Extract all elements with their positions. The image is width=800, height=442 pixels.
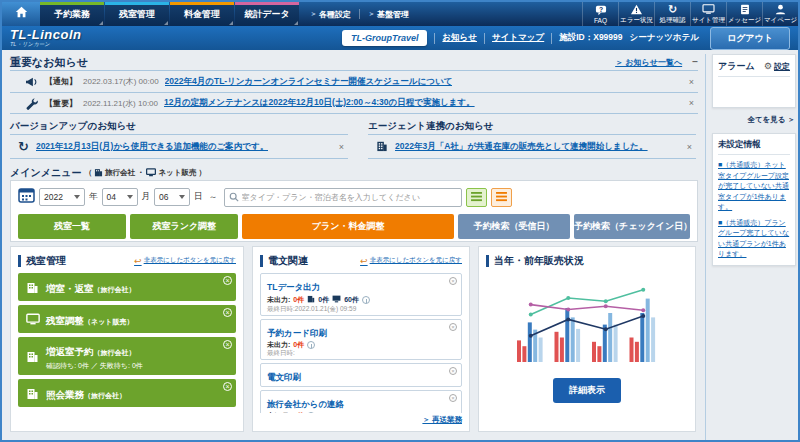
- tab-room-stock[interactable]: 残室管理: [105, 2, 169, 26]
- accent-bar: [260, 255, 263, 267]
- maintenance-icon: [24, 97, 39, 110]
- restore-hidden-buttons-link[interactable]: ↩非表示にしたボタンを元に戻す: [360, 256, 462, 266]
- agency-contact-link[interactable]: 旅行会社からの連絡: [267, 398, 344, 410]
- hide-button-icon[interactable]: ×: [223, 382, 232, 391]
- logout-button[interactable]: ログアウト: [710, 27, 790, 50]
- util-site-management[interactable]: サイト管理: [690, 2, 726, 26]
- util-error-status[interactable]: エラー状況: [618, 2, 654, 26]
- room-stock-adjust-button[interactable]: 残室調整（ネット販売） ×: [18, 305, 236, 333]
- close-icon[interactable]: ×: [339, 142, 344, 152]
- calendar-icon[interactable]: [18, 187, 35, 207]
- telegram-print-card[interactable]: 電文印刷 ×: [260, 363, 462, 387]
- search-input[interactable]: [242, 193, 457, 202]
- day-select[interactable]: 06: [154, 188, 190, 206]
- reservation-search-received-button[interactable]: 予約検索（受信日）: [458, 214, 570, 239]
- faq-icon: ?: [595, 5, 607, 16]
- panel-title: 当年・前年販売状況: [494, 254, 584, 268]
- tab-statistics[interactable]: 統計データ: [235, 2, 299, 26]
- notice-nav-link[interactable]: お知らせ: [442, 32, 477, 44]
- group-travel-button[interactable]: TL-GroupTravel: [342, 30, 427, 46]
- hide-button-icon[interactable]: ×: [223, 340, 232, 349]
- inquiry-work-button[interactable]: 照会業務（旅行会社） ×: [18, 379, 236, 407]
- notice-link[interactable]: 2022年4月のTL-リンカーンオンラインセミナー開催スケジュールについて: [165, 76, 453, 88]
- tl-lincoln-logo[interactable]: TL-Lincoln TL・リンカーン: [10, 28, 81, 48]
- tab-reservation-work[interactable]: 予約業務: [40, 2, 104, 26]
- room-stock-list-button[interactable]: 残室一覧: [18, 214, 126, 239]
- notice-datetime: 2022.03.17(木) 00:00: [83, 76, 159, 87]
- notice-row: 【重要】 2022.11.21(水) 10:00 12月の定期メンテナンスは20…: [10, 92, 698, 114]
- tab-label: 統計データ: [244, 8, 289, 21]
- month-select[interactable]: 04: [102, 188, 138, 206]
- right-sidebar: アラーム ⚙ 設定 全てを見る ＞ 未設定情報 ■（共通販売）ネット室タイプグル…: [705, 54, 796, 440]
- reservation-search-checkin-button[interactable]: 予約検索（チェックイン日）: [574, 214, 690, 239]
- util-message[interactable]: メッセージ: [726, 2, 762, 26]
- room-rank-adjust-button[interactable]: 残室ランク調整: [130, 214, 238, 239]
- building-icon: [25, 280, 40, 294]
- close-icon[interactable]: ×: [689, 98, 694, 108]
- home-button[interactable]: [2, 2, 40, 26]
- close-icon[interactable]: ×: [687, 142, 692, 152]
- sitemap-link[interactable]: サイトマップ: [492, 32, 544, 44]
- utility-menu: ? FAQ エラー状況 ↻ 処理確認 サイト管理 メッセージ マイページ: [582, 2, 798, 26]
- panel-title: 電文関連: [268, 254, 308, 268]
- reservation-card-print-card[interactable]: 予約カード印刷 未出力: 0件 最終日時: ×: [260, 319, 462, 360]
- tl-data-output-card[interactable]: TLデータ出力 未出力: 0件 0件 60件 最終日時:2022.01.21(金…: [260, 273, 462, 316]
- close-icon[interactable]: ×: [689, 77, 694, 87]
- minimize-button[interactable]: −: [692, 57, 698, 67]
- info-icon[interactable]: [307, 341, 315, 349]
- hide-card-icon[interactable]: ×: [449, 394, 457, 402]
- warning-icon: [630, 4, 643, 15]
- util-process-check[interactable]: ↻ 処理確認: [654, 2, 690, 26]
- util-mypage[interactable]: マイページ: [762, 2, 798, 26]
- year-unit-label: 年: [89, 191, 98, 203]
- detail-display-button[interactable]: 詳細表示: [553, 378, 621, 403]
- chevron-down-icon: [179, 195, 185, 199]
- orange-list-toggle[interactable]: [491, 188, 512, 207]
- agent-link[interactable]: 2022年3月「A社」が共通在庫の販売先として連携開始しました。: [395, 141, 648, 153]
- info-icon[interactable]: [362, 296, 370, 304]
- reservation-card-print-link[interactable]: 予約カード印刷: [267, 327, 327, 339]
- restore-hidden-buttons-link[interactable]: ↩非表示にしたボタンを元に戻す: [134, 256, 236, 266]
- unset-room-type-link[interactable]: ■（共通販売）ネット室タイプグループ設定が完了していない共通室タイプが1件ありま…: [718, 160, 790, 213]
- alarm-card: アラーム ⚙ 設定: [712, 54, 796, 108]
- hide-card-icon[interactable]: ×: [449, 323, 457, 331]
- month-unit-label: 月: [142, 191, 151, 203]
- room-stock-panel: 残室管理 ↩非表示にしたボタンを元に戻す 増室・返室（旅行会社） × 残室調整（…: [10, 246, 244, 432]
- year-select[interactable]: 2022: [39, 188, 85, 206]
- unset-plan-group-link[interactable]: ■（共通販売）プラングループ完了していない共通プランが1件あります。: [718, 218, 790, 260]
- agency-contact-card[interactable]: 旅行会社からの連絡 未処理: 0件 ×: [260, 390, 462, 413]
- pending-counts: 確認待ち: 0件 ／ 失敗待ち: 0件: [46, 361, 143, 371]
- add-return-room-button[interactable]: 増室・返室（旅行会社） ×: [18, 273, 236, 301]
- building-icon: [376, 138, 388, 156]
- hide-card-icon[interactable]: ×: [449, 277, 457, 285]
- monitor-icon: [25, 313, 40, 326]
- info-icon[interactable]: [307, 412, 315, 414]
- notice-link[interactable]: 12月の定期メンテナンスは2022年12月10日(土)2:00～4:30の日程で…: [164, 97, 475, 109]
- monitor-icon: [332, 295, 341, 305]
- gear-icon: ⚙: [764, 62, 772, 71]
- add-return-reservation-button[interactable]: 増返室予約（旅行会社） 確認待ち: 0件 ／ 失敗待ち: 0件 ×: [18, 337, 236, 375]
- svg-text:?: ?: [598, 5, 602, 12]
- telegram-print-link[interactable]: 電文印刷: [267, 371, 301, 383]
- breadcrumb-platform[interactable]: ＞基盤管理: [368, 9, 409, 20]
- plan-rate-adjust-button[interactable]: プラン・料金調整: [242, 214, 454, 239]
- alarm-settings-link[interactable]: ⚙ 設定: [764, 61, 790, 72]
- util-faq[interactable]: ? FAQ: [582, 2, 618, 26]
- alarm-title: アラーム: [718, 60, 755, 73]
- important-notices-title: 重要なお知らせ: [10, 55, 88, 70]
- tab-rate-management[interactable]: 料金管理: [170, 2, 234, 26]
- facility-name: シーナッツホテル: [630, 32, 699, 44]
- resend-work-link[interactable]: ＞ 再送業務: [260, 415, 462, 425]
- monitor-icon: [146, 168, 156, 179]
- version-up-link[interactable]: 2021年12月13日(月)から使用できる追加機能のご案内です。: [36, 141, 268, 153]
- green-list-toggle[interactable]: [466, 188, 487, 207]
- search-box: [224, 188, 462, 207]
- breadcrumb-settings[interactable]: ＞各種設定: [310, 9, 351, 20]
- notice-list-link[interactable]: ＞ お知らせ一覧へ: [615, 57, 682, 68]
- see-all-link[interactable]: 全てを見る ＞: [712, 115, 795, 125]
- hide-card-icon[interactable]: ×: [449, 367, 457, 375]
- tl-data-output-link[interactable]: TLデータ出力: [267, 281, 320, 293]
- hide-button-icon[interactable]: ×: [223, 276, 232, 285]
- hide-button-icon[interactable]: ×: [223, 308, 232, 317]
- tab-label: 残室管理: [119, 8, 155, 21]
